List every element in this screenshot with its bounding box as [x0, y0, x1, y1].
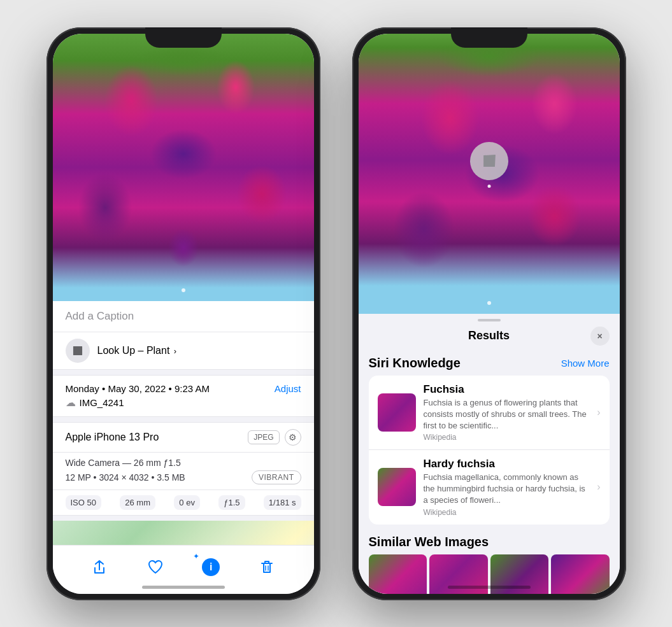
- fuchsia-name: Fuchsia: [424, 383, 587, 396]
- hardy-chevron-icon: ›: [597, 481, 600, 493]
- filename-row: ☁ IMG_4241: [66, 397, 301, 409]
- filename-text: IMG_4241: [80, 397, 124, 408]
- lookup-subject[interactable]: Plant: [147, 345, 169, 356]
- heart-icon: [147, 559, 164, 575]
- lookup-row[interactable]: Look Up – Plant ›: [53, 332, 314, 370]
- caption-placeholder[interactable]: Add a Caption: [66, 310, 134, 322]
- share-button[interactable]: [85, 553, 113, 581]
- exif-row: ISO 50 26 mm 0 ev ƒ1.5 1/181 s: [53, 490, 314, 515]
- mp-row: 12 MP • 3024 × 4032 • 3.5 MB VIBRANT: [66, 470, 301, 484]
- trash-button[interactable]: [253, 553, 281, 581]
- exif-shutter: 1/181 s: [264, 495, 301, 510]
- hardy-text: Hardy fuchsia Fuchsia magellanica, commo…: [424, 458, 587, 517]
- mp-text: 12 MP • 3024 × 4032 • 3.5 MB: [66, 472, 185, 483]
- fuchsia-thumbnail: [378, 393, 416, 432]
- siri-knowledge-header: Siri Knowledge Show More: [369, 356, 610, 370]
- heart-button[interactable]: [141, 553, 169, 581]
- results-scroll[interactable]: Siri Knowledge Show More Fuchsia: [359, 353, 620, 594]
- hardy-description: Fuchsia magellanica, commonly known as t…: [424, 472, 587, 507]
- info-icon-bg: i: [202, 558, 220, 576]
- exif-ev: 0 ev: [174, 495, 200, 510]
- trash-icon: [259, 559, 275, 575]
- results-title: Results: [388, 329, 590, 342]
- chevron-right-icon: ›: [174, 346, 176, 356]
- fuchsia-chevron-icon: ›: [597, 407, 600, 418]
- lookup-label: Look Up –: [97, 345, 144, 356]
- photo-indicator-dot-right: [487, 301, 491, 305]
- date-section: Monday • May 30, 2022 • 9:23 AM Adjust ☁…: [53, 375, 314, 417]
- fuchsia-text: Fuchsia Fuchsia is a genus of flowering …: [424, 383, 587, 442]
- siri-knowledge-title: Siri Knowledge: [369, 356, 461, 370]
- wide-camera-text: Wide Camera — 26 mm ƒ1.5: [66, 458, 301, 468]
- adjust-button[interactable]: Adjust: [275, 383, 301, 394]
- results-panel: Results × Siri Knowledge Show More: [359, 314, 620, 594]
- home-indicator: [142, 586, 225, 589]
- camera-spec: Wide Camera — 26 mm ƒ1.5 12 MP • 3024 × …: [53, 453, 314, 490]
- format-badge: JPEG: [248, 430, 279, 444]
- date-row: Monday • May 30, 2022 • 9:23 AM Adjust: [66, 383, 301, 394]
- fuchsia-description: Fuchsia is a genus of flowering plants t…: [424, 397, 587, 432]
- info-icon: i: [210, 561, 212, 573]
- home-indicator-right: [448, 586, 531, 589]
- phone-left: Add a Caption Look Up – Plant ›: [46, 27, 320, 600]
- visual-search-dot: [487, 185, 490, 188]
- similar-image-1[interactable]: [369, 554, 427, 594]
- phones-container: Add a Caption Look Up – Plant ›: [46, 27, 626, 600]
- results-header: Results ×: [359, 324, 620, 353]
- visual-lookup-view: Results × Siri Knowledge Show More: [359, 34, 620, 594]
- cloud-icon: ☁: [66, 397, 76, 409]
- leaf-icon: [68, 341, 86, 359]
- hardy-thumbnail: [378, 468, 416, 506]
- info-button[interactable]: ✦ i: [197, 553, 225, 581]
- similar-web-title: Similar Web Images: [369, 535, 610, 549]
- map-section[interactable]: [53, 521, 314, 545]
- exif-aperture: ƒ1.5: [218, 495, 245, 510]
- share-icon: [91, 559, 108, 575]
- knowledge-item-hardy[interactable]: Hardy fuchsia Fuchsia magellanica, commo…: [369, 450, 610, 525]
- exif-iso: ISO 50: [66, 495, 101, 510]
- date-text: Monday • May 30, 2022 • 9:23 AM: [66, 383, 210, 394]
- visual-search-leaf-icon: [476, 148, 502, 174]
- fuchsia-thumb-image: [378, 393, 416, 432]
- photo-view: Add a Caption Look Up – Plant ›: [53, 34, 314, 594]
- results-handle[interactable]: [359, 314, 620, 324]
- show-more-button[interactable]: Show More: [561, 358, 610, 369]
- photo-info-section: Add a Caption Look Up – Plant ›: [53, 301, 314, 545]
- style-badge: VIBRANT: [252, 470, 301, 484]
- similar-image-4[interactable]: [551, 554, 610, 594]
- knowledge-item-fuchsia[interactable]: Fuchsia Fuchsia is a genus of flowering …: [369, 376, 610, 451]
- hardy-name: Hardy fuchsia: [424, 458, 587, 470]
- flower-photo-right[interactable]: [359, 34, 620, 314]
- close-button[interactable]: ×: [590, 327, 610, 346]
- caption-area[interactable]: Add a Caption: [53, 301, 314, 332]
- sparkle-icon: ✦: [193, 552, 199, 561]
- gear-icon[interactable]: ⚙: [285, 429, 301, 446]
- phone-left-screen: Add a Caption Look Up – Plant ›: [53, 34, 314, 594]
- exif-focal: 26 mm: [120, 495, 155, 510]
- phone-right-screen: Results × Siri Knowledge Show More: [359, 34, 620, 594]
- visual-search-badge[interactable]: [470, 142, 508, 180]
- device-badges: JPEG ⚙: [248, 429, 301, 446]
- device-row: Apple iPhone 13 Pro JPEG ⚙: [53, 423, 314, 453]
- photo-indicator-dot: [182, 288, 185, 292]
- fuchsia-source: Wikipedia: [424, 433, 587, 442]
- phone-right: Results × Siri Knowledge Show More: [352, 27, 626, 600]
- device-name: Apple iPhone 13 Pro: [66, 432, 159, 443]
- lookup-text: Look Up – Plant ›: [97, 345, 177, 356]
- siri-badge: [66, 339, 90, 363]
- flower-photo-left[interactable]: [53, 34, 314, 301]
- hardy-source: Wikipedia: [424, 508, 587, 517]
- knowledge-card: Fuchsia Fuchsia is a genus of flowering …: [369, 376, 610, 525]
- handle-bar: [478, 319, 501, 321]
- hardy-thumb-image: [378, 468, 416, 506]
- device-section: Apple iPhone 13 Pro JPEG ⚙ Wide Camera —…: [53, 422, 314, 516]
